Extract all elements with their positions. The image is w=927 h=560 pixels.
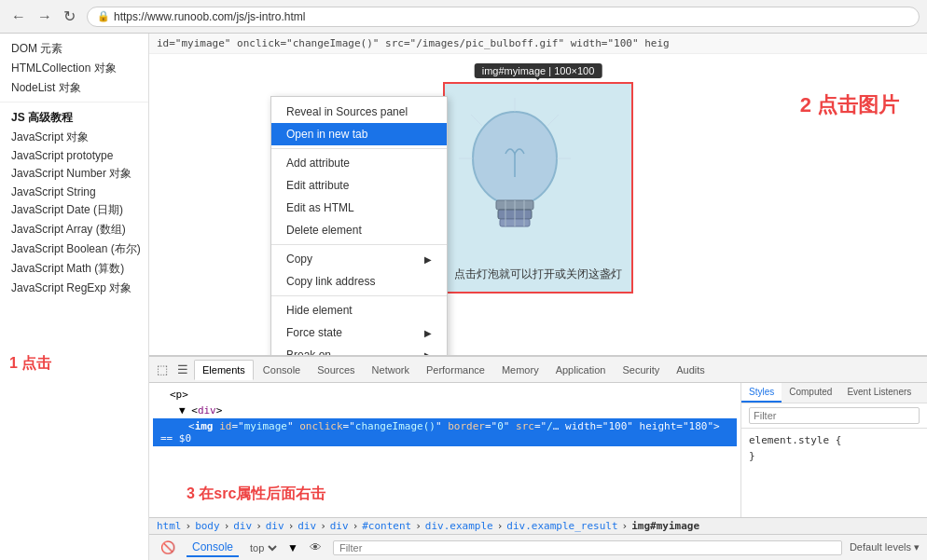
sidebar-item-nodelist[interactable]: NodeList 对象	[0, 78, 148, 98]
nav-buttons: ← → ↻	[7, 6, 79, 27]
console-tab[interactable]: Console	[187, 539, 239, 557]
click-annotation: 2 点击图片	[800, 91, 899, 119]
step1-annotation: 1 点击	[9, 354, 51, 374]
inspect-icon[interactable]: ⬚	[153, 361, 172, 378]
separator-1	[271, 148, 447, 149]
tab-performance[interactable]: Performance	[419, 361, 492, 379]
sidebar-item-htmlcollection[interactable]: HTMLCollection 对象	[0, 59, 148, 78]
tab-dom-breakpoints[interactable]: DOM Breakpoints	[919, 383, 927, 403]
breadcrumb-html[interactable]: html	[157, 520, 182, 532]
breadcrumb-div4[interactable]: div	[330, 520, 349, 532]
context-menu-item-edit-attr[interactable]: Edit attribute	[271, 174, 447, 197]
bulb-image[interactable]	[454, 93, 575, 261]
breadcrumb-div3[interactable]: div	[297, 520, 316, 532]
breadcrumb-example-result[interactable]: div.example_result	[506, 520, 617, 532]
forward-button[interactable]: →	[34, 7, 56, 27]
tab-event-listeners[interactable]: Event Listeners	[839, 383, 919, 403]
styles-panel: Styles Computed Event Listeners DOM Brea…	[740, 383, 927, 517]
context-menu-item-hide[interactable]: Hide element	[271, 299, 447, 321]
bulb-tooltip: img#myimage | 100×100	[475, 63, 602, 78]
demo-area: img#myimage | 100×100	[149, 63, 927, 312]
sidebar-item-jsmath[interactable]: JavaScript Math (算数)	[0, 259, 148, 279]
breadcrumb-example[interactable]: div.example	[425, 520, 493, 532]
copy-arrow-icon: ▶	[424, 254, 432, 265]
tab-audits[interactable]: Audits	[669, 361, 713, 379]
sidebar-item-jsprototype[interactable]: JavaScript prototype	[0, 147, 148, 164]
sidebar-item-jsdate[interactable]: JavaScript Date (日期)	[0, 200, 148, 220]
devtools-tabs-bar: ⬚ ☰ Elements Console Sources Network Per…	[149, 357, 927, 383]
sidebar-item-jsarray[interactable]: JavaScript Array (数组)	[0, 220, 148, 239]
sidebar-item-jsregexp[interactable]: JavaScript RegExp 对象	[0, 279, 148, 298]
dom-row-p[interactable]: <p>	[153, 387, 737, 403]
sidebar-item-jsnumber[interactable]: JavaScript Number 对象	[0, 164, 148, 184]
breadcrumb-bar: html › body › div › div › div › div › #c…	[149, 517, 927, 534]
url-text: https://www.runoob.com/js/js-intro.html	[114, 10, 305, 23]
tab-application[interactable]: Application	[548, 361, 614, 379]
svg-line-3	[471, 115, 482, 126]
lock-icon: 🔒	[97, 10, 110, 22]
context-menu-item-break-on[interactable]: Break on ▶	[271, 344, 447, 355]
sidebar-item-dom[interactable]: DOM 元素	[0, 39, 148, 59]
element-style-close: }	[749, 450, 920, 462]
context-menu-item-add-attr[interactable]: Add attribute	[271, 152, 447, 174]
web-content-area: img#myimage | 100×100	[149, 54, 927, 355]
context-menu-item-delete[interactable]: Delete element	[271, 219, 447, 241]
break-on-arrow-icon: ▶	[424, 350, 432, 356]
separator-2	[271, 244, 447, 245]
separator-3	[271, 295, 447, 296]
website-sidebar: DOM 元素 HTMLCollection 对象 NodeList 对象 JS …	[0, 34, 149, 560]
address-bar[interactable]: 🔒 https://www.runoob.com/js/js-intro.htm…	[87, 7, 920, 27]
tab-sources[interactable]: Sources	[310, 361, 362, 379]
right-panel-tabs: Styles Computed Event Listeners DOM Brea…	[741, 383, 927, 403]
breadcrumb-div1[interactable]: div	[233, 520, 252, 532]
context-menu-item-copy[interactable]: Copy ▶	[271, 248, 447, 270]
browser-chrome: ← → ↻ 🔒 https://www.runoob.com/js/js-int…	[0, 0, 927, 34]
context-menu: Reveal in Sources panel Open in new tab …	[270, 96, 448, 355]
tab-memory[interactable]: Memory	[494, 361, 547, 379]
force-state-arrow-icon: ▶	[424, 328, 432, 338]
bulb-container[interactable]: img#myimage | 100×100	[443, 82, 633, 294]
sidebar-section-advanced: JS 高级教程	[0, 106, 148, 128]
code-bar: id="myimage" onclick="changeImage()" src…	[149, 34, 927, 54]
svg-line-2	[547, 115, 559, 126]
breadcrumb-img-myimage[interactable]: img#myimage	[631, 520, 699, 532]
devtools-section: ⬚ ☰ Elements Console Sources Network Per…	[149, 355, 927, 560]
tab-elements[interactable]: Elements	[194, 360, 254, 380]
tab-security[interactable]: Security	[615, 361, 667, 379]
context-menu-item-edit-html[interactable]: Edit as HTML	[271, 197, 447, 219]
sidebar-item-jsboolean[interactable]: JavaScript Boolean (布尔)	[0, 239, 148, 259]
breadcrumb-body[interactable]: body	[195, 520, 220, 532]
context-menu-item-open-new-tab[interactable]: Open in new tab	[271, 123, 447, 145]
dom-row-div[interactable]: ▼ <div>	[153, 403, 737, 418]
tab-console[interactable]: Console	[256, 361, 308, 379]
console-eye-icon[interactable]: 👁	[306, 539, 325, 556]
tab-network[interactable]: Network	[365, 361, 417, 379]
step3-annotation: 3 在src属性后面右击	[187, 485, 325, 504]
bulb-caption: 点击灯泡就可以打开或关闭这盏灯	[454, 266, 622, 282]
context-menu-item-copy-link[interactable]: Copy link address	[271, 270, 447, 293]
sidebar-item-jsstring[interactable]: JavaScript String	[0, 184, 148, 200]
refresh-button[interactable]: ↻	[60, 6, 79, 27]
back-button[interactable]: ←	[7, 7, 30, 27]
tab-styles[interactable]: Styles	[741, 383, 782, 403]
sidebar-item-jsobject[interactable]: JavaScript 对象	[0, 128, 148, 147]
styles-filter-input[interactable]	[749, 407, 920, 424]
breadcrumb-div2[interactable]: div	[266, 520, 284, 532]
styles-content: element.style { }	[741, 429, 927, 471]
console-filter-input[interactable]	[333, 540, 842, 555]
breadcrumb-content[interactable]: #content	[362, 520, 411, 532]
console-top-select[interactable]: top	[246, 541, 280, 554]
tab-computed[interactable]: Computed	[782, 383, 839, 403]
context-menu-item-force-state[interactable]: Force state ▶	[271, 321, 447, 344]
console-level-select[interactable]: Default levels ▾	[850, 541, 920, 553]
console-bar: 🚫 Console top ▼ 👁 Default levels ▾	[149, 534, 927, 560]
device-icon[interactable]: ☰	[173, 361, 192, 378]
console-clear-icon[interactable]: 🚫	[157, 539, 179, 556]
context-menu-item-reveal[interactable]: Reveal in Sources panel	[271, 101, 447, 123]
element-style-rule: element.style {	[749, 434, 920, 446]
filter-row	[741, 403, 927, 429]
dom-row-img-selected[interactable]: <img id="myimage" onclick="changeImage()…	[153, 418, 737, 446]
